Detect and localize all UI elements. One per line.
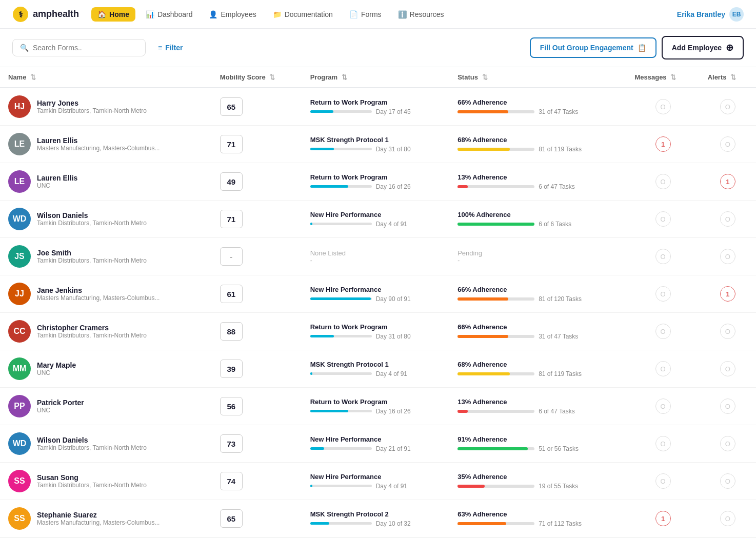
alerts-badge-9: O bbox=[720, 398, 735, 414]
nav-home[interactable]: 🏠 Home bbox=[91, 7, 135, 22]
table-row[interactable]: WD Wilson Daniels Tamkin Distributors, T… bbox=[0, 425, 756, 463]
nav-dashboard[interactable]: 📊 Dashboard bbox=[140, 7, 199, 22]
table-row[interactable]: JS Joe Smith Tamkin Distributors, Tamkin… bbox=[0, 238, 756, 275]
table-row[interactable]: LE Lauren Ellis Masters Manufacturing, M… bbox=[0, 126, 756, 163]
add-employee-button[interactable]: Add Employee ⊕ bbox=[662, 36, 744, 59]
status-bar-fill-8 bbox=[457, 372, 510, 375]
messages-cell-6: O bbox=[626, 275, 699, 313]
program-name-8: MSK Strength Protocol 1 bbox=[310, 361, 442, 368]
nav-forms[interactable]: 📄 Forms bbox=[343, 7, 388, 22]
employee-org-8: UNC bbox=[37, 369, 76, 376]
program-cell-1: Return to Work Program Day 17 of 45 bbox=[302, 88, 450, 126]
adherence-text-10: 91% Adherence bbox=[457, 435, 618, 443]
alerts-cell-1: O bbox=[700, 88, 756, 126]
search-input[interactable] bbox=[33, 44, 138, 52]
score-badge-12: 65 bbox=[220, 509, 243, 528]
table-row[interactable]: WD Wilson Daniels Tamkin Distributors, T… bbox=[0, 201, 756, 238]
status-bar-fill-3 bbox=[457, 185, 468, 188]
col-mobility-score[interactable]: Mobility Score ⇅ bbox=[212, 67, 302, 88]
nav-documentation[interactable]: 📁 Documentation bbox=[267, 7, 339, 22]
prog-day-6: Day 90 of 91 bbox=[376, 295, 411, 303]
employee-org-5: Tamkin Distributors, Tamkin-North Metro bbox=[37, 257, 147, 264]
filter-button[interactable]: ≡ Filter bbox=[152, 39, 189, 56]
table-row[interactable]: JJ Jane Jenkins Masters Manufacturing, M… bbox=[0, 275, 756, 313]
status-cell-6: 66% Adherence 81 of 120 Tasks bbox=[449, 275, 626, 313]
employee-name-1: Harry Jones bbox=[37, 99, 147, 107]
score-badge-8: 39 bbox=[220, 360, 243, 378]
search-box[interactable]: 🔍 bbox=[12, 39, 146, 56]
table-row[interactable]: SS Stephanie Suarez Masters Manufacturin… bbox=[0, 500, 756, 537]
table-row[interactable]: CC Christopher Cramers Tamkin Distributo… bbox=[0, 313, 756, 350]
status-bar-bg-8 bbox=[457, 372, 534, 375]
score-cell-5: - bbox=[212, 238, 302, 275]
score-cell-11: 74 bbox=[212, 463, 302, 500]
alerts-badge-1: O bbox=[720, 99, 735, 114]
col-alerts[interactable]: Alerts ⇅ bbox=[700, 67, 756, 88]
employees-icon: 👤 bbox=[209, 10, 217, 18]
user-avatar-icon: EB bbox=[729, 7, 744, 22]
col-program[interactable]: Program ⇅ bbox=[302, 67, 450, 88]
prog-bar-bg-3 bbox=[310, 185, 372, 188]
messages-badge-5: O bbox=[655, 249, 671, 264]
score-cell-9: 56 bbox=[212, 388, 302, 425]
table-row[interactable]: SS Susan Song Tamkin Distributors, Tamki… bbox=[0, 463, 756, 500]
alerts-cell-9: O bbox=[700, 388, 756, 425]
nav-resources[interactable]: ℹ️ Resources bbox=[392, 7, 450, 22]
avatar-1: HJ bbox=[8, 95, 31, 118]
alerts-cell-4: O bbox=[700, 201, 756, 238]
employee-cell-12: SS Stephanie Suarez Masters Manufacturin… bbox=[0, 500, 212, 537]
employee-name-7: Christopher Cramers bbox=[37, 324, 147, 332]
alerts-cell-11: O bbox=[700, 463, 756, 500]
program-name-1: Return to Work Program bbox=[310, 98, 442, 106]
employee-name-6: Jane Jenkins bbox=[37, 286, 160, 294]
program-cell-3: Return to Work Program Day 16 of 26 bbox=[302, 163, 450, 201]
employee-name-5: Joe Smith bbox=[37, 249, 147, 257]
nav-employees[interactable]: 👤 Employees bbox=[203, 7, 262, 22]
sort-alerts-icon: ⇅ bbox=[730, 73, 736, 81]
search-icon: 🔍 bbox=[20, 44, 29, 52]
program-cell-2: MSK Strength Protocol 1 Day 31 of 80 bbox=[302, 126, 450, 163]
tasks-text-1: 31 of 47 Tasks bbox=[539, 108, 578, 115]
nav-home-label: Home bbox=[109, 10, 129, 18]
prog-bar-fill-3 bbox=[310, 185, 348, 188]
prog-day-2: Day 31 of 80 bbox=[376, 146, 411, 153]
filter-label: Filter bbox=[165, 44, 183, 52]
prog-bar-bg-7 bbox=[310, 335, 372, 337]
prog-bar-bg-10 bbox=[310, 447, 372, 450]
home-icon: 🏠 bbox=[97, 10, 106, 18]
messages-badge-7: O bbox=[655, 324, 671, 339]
logo-text: amphealth bbox=[33, 9, 79, 19]
table-row[interactable]: PP Patrick Porter UNC 56 Return to Work … bbox=[0, 388, 756, 425]
prog-bar-bg-12 bbox=[310, 522, 372, 525]
avatar-10: WD bbox=[8, 432, 31, 455]
nav-employees-label: Employees bbox=[221, 10, 256, 18]
user-menu[interactable]: Erika Brantley EB bbox=[677, 7, 744, 22]
table-row[interactable]: MM Mary Maple UNC 39 MSK Strength Protoc… bbox=[0, 350, 756, 388]
col-messages[interactable]: Messages ⇅ bbox=[626, 67, 699, 88]
messages-cell-4: O bbox=[626, 201, 699, 238]
employee-name-4: Wilson Daniels bbox=[37, 211, 147, 220]
alerts-cell-3: 1 bbox=[700, 163, 756, 201]
fill-group-button[interactable]: Fill Out Group Engagement 📋 bbox=[530, 37, 656, 58]
avatar-2: LE bbox=[8, 133, 31, 155]
dashboard-icon: 📊 bbox=[146, 10, 154, 18]
adherence-text-5: Pending bbox=[457, 249, 618, 257]
employee-cell-1: HJ Harry Jones Tamkin Distributors, Tamk… bbox=[0, 88, 212, 126]
avatar-7: CC bbox=[8, 320, 31, 343]
status-cell-5: Pending - bbox=[449, 238, 626, 275]
score-badge-6: 61 bbox=[220, 285, 243, 303]
table-row[interactable]: HJ Harry Jones Tamkin Distributors, Tamk… bbox=[0, 88, 756, 126]
program-name-2: MSK Strength Protocol 1 bbox=[310, 136, 442, 144]
employee-org-3: UNC bbox=[37, 182, 77, 189]
employee-name-2: Lauren Ellis bbox=[37, 136, 160, 145]
logo[interactable]: ⚕ amphealth bbox=[12, 6, 79, 23]
prog-bar-fill-6 bbox=[310, 297, 371, 300]
col-name[interactable]: Name ⇅ bbox=[0, 67, 212, 88]
filter-icon: ≡ bbox=[158, 44, 162, 52]
status-cell-12: 63% Adherence 71 of 112 Tasks bbox=[449, 500, 626, 537]
status-cell-3: 13% Adherence 6 of 47 Tasks bbox=[449, 163, 626, 201]
table-row[interactable]: LE Lauren Ellis UNC 49 Return to Work Pr… bbox=[0, 163, 756, 201]
tasks-text-6: 81 of 120 Tasks bbox=[539, 295, 582, 303]
col-status[interactable]: Status ⇅ bbox=[449, 67, 626, 88]
status-bar-fill-7 bbox=[457, 335, 508, 338]
